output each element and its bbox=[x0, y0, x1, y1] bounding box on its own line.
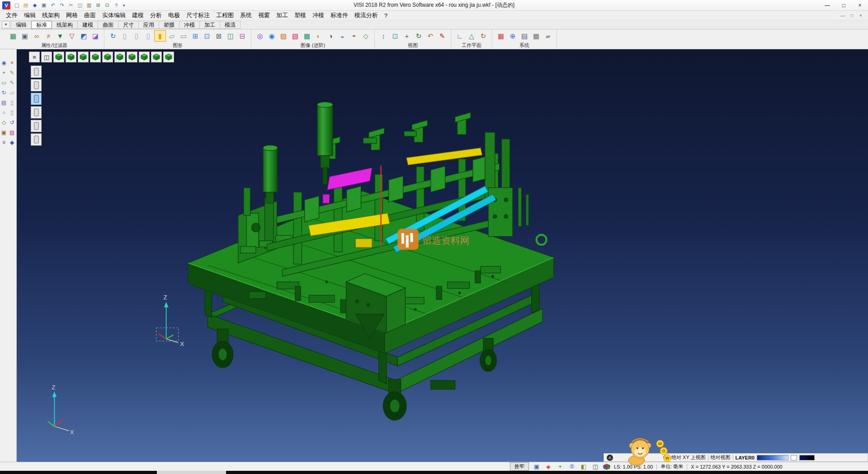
print-icon[interactable]: ▣ bbox=[40, 1, 48, 9]
erase-icon[interactable]: ▱ bbox=[9, 89, 16, 96]
view-back-button[interactable] bbox=[114, 52, 125, 62]
grid-toggle-icon[interactable]: ⊞ bbox=[94, 1, 102, 9]
active-layer-label[interactable]: LAYER0 bbox=[736, 455, 755, 460]
maximize-button[interactable]: □ bbox=[835, 0, 852, 10]
unlink-icon[interactable]: ≠ bbox=[42, 30, 54, 42]
color-swatch-white[interactable] bbox=[791, 455, 797, 460]
rotate-view-icon[interactable]: ↻ bbox=[413, 30, 425, 42]
view-mode-label[interactable]: 绝对视图 bbox=[711, 454, 731, 461]
workplane-rotate-icon[interactable]: ↻ bbox=[477, 30, 489, 42]
printer-icon[interactable]: ▣ bbox=[19, 30, 31, 42]
move-icon[interactable]: + bbox=[0, 69, 8, 76]
view-pane-1-icon[interactable]: ▯ bbox=[119, 30, 131, 42]
rainbow-shading-icon[interactable]: ▧ bbox=[289, 30, 301, 42]
tab[interactable]: 模流 bbox=[220, 21, 241, 29]
layer-box-icon[interactable]: ◫ bbox=[225, 30, 236, 42]
quick-access-dropdown-icon[interactable]: ▾ bbox=[121, 3, 127, 8]
pan-icon[interactable]: + bbox=[401, 30, 413, 42]
color-swatch-blue[interactable] bbox=[799, 455, 815, 460]
menu-item[interactable]: ? bbox=[381, 11, 391, 20]
save-icon[interactable]: ◆ bbox=[31, 1, 39, 9]
screen-icon[interactable]: ▣ bbox=[533, 463, 541, 470]
copy-icon[interactable]: ◫ bbox=[76, 1, 84, 9]
zoom-window-icon[interactable]: ⊡ bbox=[389, 30, 401, 42]
history-icon[interactable]: ↺ bbox=[9, 119, 16, 126]
machine-cylinders[interactable] bbox=[263, 102, 333, 203]
torus-icon[interactable]: ○ bbox=[0, 109, 8, 116]
rotate-icon[interactable]: ↻ bbox=[0, 89, 8, 96]
menu-item[interactable]: 电极 bbox=[165, 11, 183, 20]
light-icon[interactable]: ◐ bbox=[313, 30, 325, 42]
grid-snap-icon[interactable]: ⊡ bbox=[201, 30, 213, 42]
color-grid-icon[interactable]: ▦ bbox=[495, 30, 507, 42]
workplane-slot-5[interactable] bbox=[31, 120, 42, 132]
tab[interactable]: 建模 bbox=[77, 21, 98, 29]
view-list-button[interactable]: ≡ bbox=[29, 52, 40, 62]
dynamic-view-icon[interactable]: ◉ bbox=[266, 30, 278, 42]
workplane-slot-2[interactable] bbox=[31, 79, 42, 91]
undo-icon[interactable]: ↶ bbox=[49, 1, 57, 9]
redraw-icon[interactable]: ◈ bbox=[544, 463, 552, 470]
zoom-all-icon[interactable]: ↕ bbox=[377, 30, 389, 42]
levels-icon[interactable]: ≡ bbox=[0, 139, 8, 146]
menu-item[interactable]: 分析 bbox=[147, 11, 165, 20]
box-select-icon[interactable]: ⊠ bbox=[213, 30, 225, 42]
tab[interactable]: 塑膜 bbox=[159, 21, 179, 29]
measure-icon[interactable]: ✎ bbox=[436, 30, 448, 42]
view-iso-button[interactable] bbox=[53, 52, 64, 62]
globe-icon[interactable]: ⊕ bbox=[507, 30, 519, 42]
workplane-slot-4[interactable] bbox=[31, 106, 42, 118]
tab[interactable]: 标准 bbox=[31, 21, 52, 29]
menu-item[interactable]: 标准件 bbox=[327, 11, 351, 20]
minimize-button[interactable]: — bbox=[819, 0, 835, 10]
sheet-icon[interactable]: ▯ bbox=[9, 99, 16, 106]
workplane-icon[interactable]: ∟ bbox=[454, 30, 466, 42]
environment-icon[interactable]: ◇ bbox=[360, 30, 372, 42]
transparency-icon[interactable]: ◒ bbox=[336, 30, 348, 42]
cube-tool-icon[interactable]: ◇ bbox=[0, 119, 8, 126]
zoom-select-icon[interactable]: ◉ bbox=[0, 59, 8, 66]
menu-item[interactable]: 塑模 bbox=[291, 11, 309, 20]
child-restore-button[interactable]: □ bbox=[848, 13, 855, 18]
absolute-view-label[interactable]: 绝对 XY 上视图 bbox=[671, 454, 706, 461]
tab[interactable]: 曲面 bbox=[98, 21, 118, 29]
previous-view-icon[interactable]: ↶ bbox=[425, 30, 436, 42]
material-slab-icon[interactable]: ▰ bbox=[542, 30, 554, 42]
add-icon[interactable]: + bbox=[556, 463, 564, 470]
close-button[interactable]: × bbox=[852, 0, 868, 10]
menu-item[interactable]: 工程图 bbox=[213, 11, 237, 20]
wireframe-view-icon[interactable]: ▱ bbox=[166, 30, 178, 42]
panes-icon[interactable]: ◫ bbox=[591, 463, 599, 470]
menu-item[interactable]: 建模 bbox=[129, 11, 147, 20]
hidden-line-icon[interactable]: ▭ bbox=[178, 30, 189, 42]
view-pane-3-icon[interactable]: ▯ bbox=[142, 30, 154, 42]
shaded-view-icon[interactable]: ▮ bbox=[154, 30, 166, 42]
workplane-slot-1[interactable] bbox=[31, 66, 42, 78]
cylinder-icon[interactable]: ▭ bbox=[0, 79, 8, 86]
new-file-icon[interactable]: ▢ bbox=[13, 1, 21, 9]
filter-remove-icon[interactable]: ▽ bbox=[66, 30, 78, 42]
refresh-icon[interactable]: ↻ bbox=[107, 30, 119, 42]
calculator-icon[interactable]: ▤ bbox=[519, 30, 530, 42]
link-icon[interactable]: ∞ bbox=[31, 30, 42, 42]
tab[interactable]: 加工 bbox=[199, 21, 220, 29]
tab[interactable]: 应用 bbox=[138, 21, 159, 29]
snap-toggle-icon[interactable]: ⊡ bbox=[103, 1, 111, 9]
shadow-icon[interactable]: ◑ bbox=[325, 30, 336, 42]
axis-cube-icon[interactable] bbox=[603, 464, 610, 470]
workplane-slot-6[interactable] bbox=[31, 133, 42, 146]
save-copy-icon[interactable]: ◆ bbox=[9, 139, 16, 146]
view-pane-2-icon[interactable]: ▯ bbox=[131, 30, 142, 42]
cad-model[interactable]: Z X Z X bbox=[17, 49, 868, 462]
menu-item[interactable]: 实体编辑 bbox=[99, 11, 129, 20]
quick-filter-icon[interactable]: ◩ bbox=[78, 30, 90, 42]
menu-item[interactable]: 网格 bbox=[63, 11, 81, 20]
menu-item[interactable]: 文件 bbox=[3, 11, 21, 20]
viewport-canvas[interactable]: ≡ ◫ bbox=[17, 49, 868, 462]
info-2-icon[interactable]: ② bbox=[568, 463, 576, 470]
ime-badge[interactable]: A bbox=[607, 455, 613, 461]
menu-item[interactable]: 系统 bbox=[237, 11, 255, 20]
view-front-button[interactable] bbox=[78, 52, 89, 62]
material-icon[interactable]: ◓ bbox=[348, 30, 360, 42]
menu-item[interactable]: 尺寸标注 bbox=[183, 11, 213, 20]
